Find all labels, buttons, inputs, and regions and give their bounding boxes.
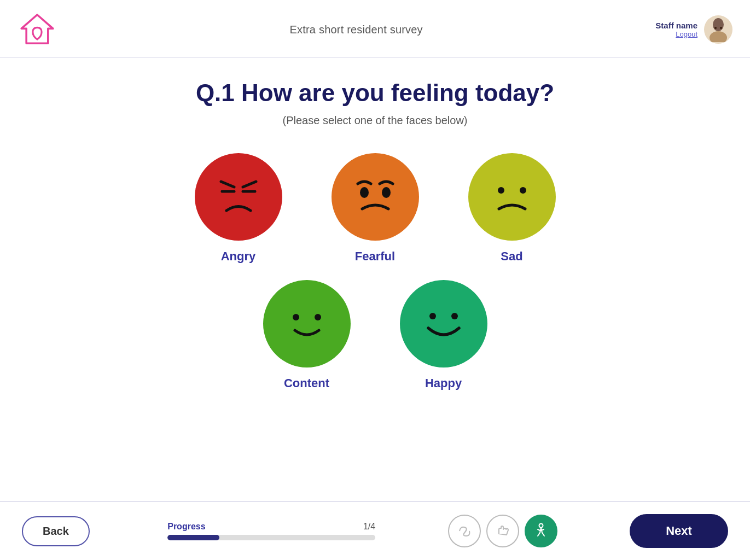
fearful-label: Fearful — [355, 249, 395, 264]
svg-point-16 — [451, 313, 458, 319]
logo-area — [18, 10, 57, 49]
question-title: Q.1 How are you feeling today? — [196, 79, 554, 107]
svg-point-10 — [382, 187, 391, 198]
svg-point-2 — [710, 31, 727, 42]
emoji-grid: Angry Fearful — [33, 153, 717, 390]
header-user: Staff name Logout — [655, 15, 732, 44]
svg-point-17 — [539, 524, 543, 528]
svg-line-5 — [221, 182, 234, 187]
emotion-fearful[interactable]: Fearful — [332, 153, 419, 264]
progress-bar-fill — [167, 535, 219, 540]
icon-group — [448, 515, 557, 547]
svg-point-3 — [714, 27, 717, 29]
main-content: Q.1 How are you feeling today? (Please s… — [0, 57, 750, 501]
emotion-row-1: Angry Fearful — [195, 153, 556, 264]
svg-point-9 — [360, 187, 369, 198]
happy-label: Happy — [425, 376, 462, 390]
svg-point-12 — [520, 187, 526, 194]
svg-point-14 — [315, 314, 321, 320]
hands-icon-circle[interactable] — [486, 515, 519, 547]
svg-point-11 — [498, 187, 504, 194]
header-title: Extra short resident survey — [290, 24, 423, 36]
logout-link[interactable]: Logout — [655, 30, 697, 38]
progress-bar — [167, 535, 375, 540]
emotion-row-2: Content Happy — [263, 280, 487, 390]
emotion-happy[interactable]: Happy — [400, 280, 487, 390]
svg-point-4 — [720, 27, 722, 29]
walking-icon-circle[interactable] — [525, 515, 557, 547]
progress-label: Progress — [167, 522, 205, 532]
progress-count: 1/4 — [363, 522, 375, 532]
progress-section: Progress 1/4 — [167, 522, 375, 540]
staff-name: Staff name — [655, 21, 697, 30]
svg-line-6 — [243, 182, 256, 187]
back-button[interactable]: Back — [22, 516, 90, 546]
stress-icon-circle[interactable] — [448, 515, 481, 547]
svg-point-13 — [293, 314, 299, 320]
angry-label: Angry — [221, 249, 256, 264]
emotion-angry[interactable]: Angry — [195, 153, 282, 264]
svg-point-15 — [429, 313, 436, 319]
emotion-sad[interactable]: Sad — [468, 153, 556, 264]
logo-icon — [18, 10, 57, 49]
next-button[interactable]: Next — [630, 514, 728, 548]
header: Extra short resident survey Staff name L… — [0, 0, 750, 57]
content-label: Content — [284, 376, 329, 390]
svg-point-1 — [713, 18, 724, 31]
emotion-content[interactable]: Content — [263, 280, 351, 390]
footer: Back Progress 1/4 — [0, 501, 750, 560]
sad-label: Sad — [501, 249, 522, 264]
question-subtitle: (Please select one of the faces below) — [283, 114, 468, 127]
avatar — [704, 15, 732, 44]
